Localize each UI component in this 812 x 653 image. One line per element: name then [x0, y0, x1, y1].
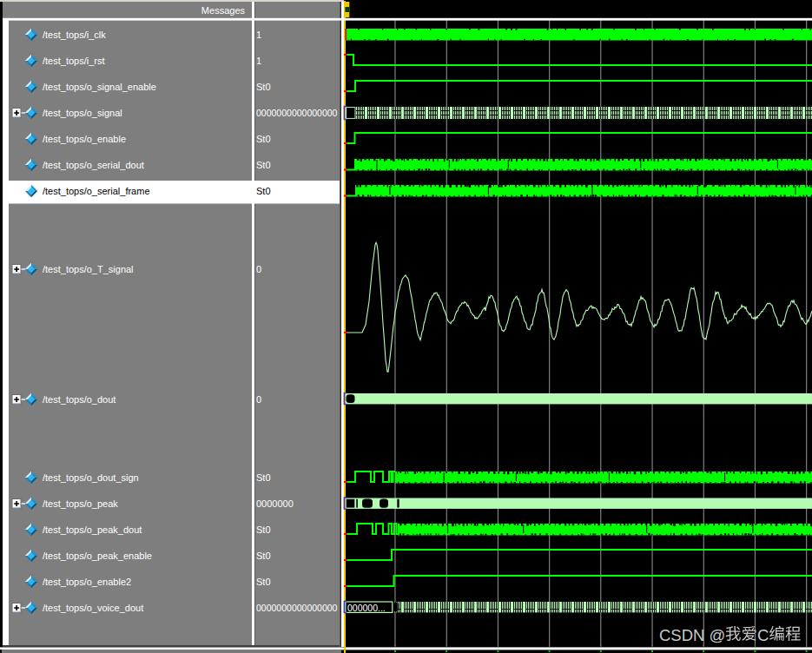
svg-text:CSDN @: CSDN @ [659, 626, 725, 644]
svg-text:St0: St0 [256, 82, 271, 92]
svg-text:/test_tops/o_dout_sign: /test_tops/o_dout_sign [43, 472, 139, 483]
svg-text:St0: St0 [256, 160, 271, 170]
svg-text:/test_tops/i_rst: /test_tops/i_rst [43, 56, 105, 66]
svg-text:0000000000000000: 0000000000000000 [256, 108, 338, 118]
svg-text:/test_tops/o_peak_dout: /test_tops/o_peak_dout [43, 524, 142, 535]
svg-text:St0: St0 [256, 551, 271, 561]
svg-text:/test_tops/o_serial_dout: /test_tops/o_serial_dout [43, 160, 144, 170]
svg-text:0: 0 [256, 264, 261, 274]
svg-text:St0: St0 [256, 472, 271, 483]
svg-text:St0: St0 [256, 134, 271, 144]
svg-text:/test_tops/o_enable2: /test_tops/o_enable2 [43, 577, 131, 587]
svg-text:000000...: 000000... [347, 603, 386, 613]
svg-text:1: 1 [256, 30, 261, 40]
svg-text:1: 1 [256, 56, 261, 66]
svg-text:Messages: Messages [201, 5, 246, 16]
svg-text:/test_tops/o_voice_dout: /test_tops/o_voice_dout [43, 603, 143, 613]
svg-text:/test_tops/o_peak_enable: /test_tops/o_peak_enable [43, 551, 152, 561]
svg-text:/test_tops/o_enable: /test_tops/o_enable [43, 134, 126, 144]
svg-text:St0: St0 [256, 524, 271, 535]
svg-text:/test_tops/o_dout: /test_tops/o_dout [43, 394, 116, 405]
svg-text:0: 0 [256, 394, 261, 405]
svg-text:/test_tops/o_signal: /test_tops/o_signal [43, 108, 122, 118]
svg-text:/test_tops/o_T_signal: /test_tops/o_T_signal [43, 264, 134, 274]
svg-text:/test_tops/o_serial_frame: /test_tops/o_serial_frame [43, 186, 150, 196]
svg-text:St0: St0 [256, 186, 271, 196]
svg-text:/test_tops/i_clk: /test_tops/i_clk [43, 30, 106, 40]
svg-text:C: C [757, 626, 769, 644]
svg-text:St0: St0 [256, 577, 271, 587]
svg-text:0000000: 0000000 [256, 498, 294, 509]
svg-text:/test_tops/o_peak: /test_tops/o_peak [43, 498, 118, 509]
svg-text:/test_tops/o_signal_enable: /test_tops/o_signal_enable [43, 82, 156, 92]
svg-text:0000000000000000: 0000000000000000 [256, 603, 338, 613]
